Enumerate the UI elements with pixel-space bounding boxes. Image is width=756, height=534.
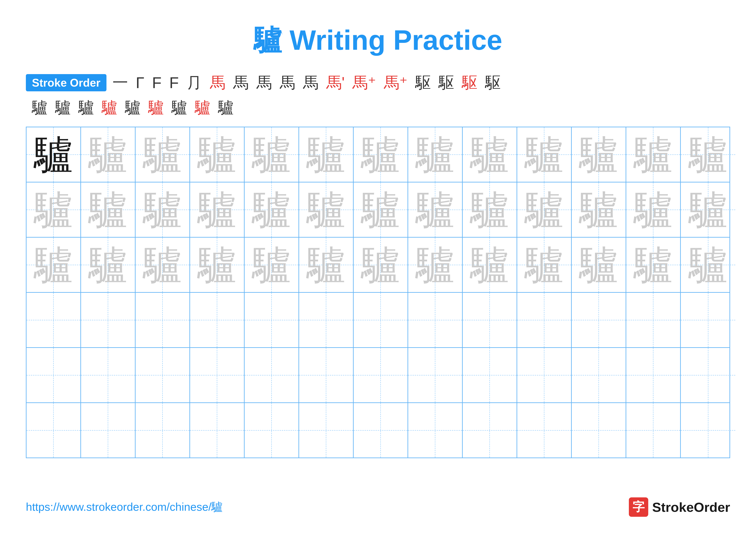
grid-cell-2-2[interactable]: 驢 (81, 183, 136, 237)
cell-char-gray: 驢 (634, 245, 673, 284)
stroke-chars-row2: 驢 驢 驢 驢 驢 驢 驢 驢 驢 (26, 97, 730, 118)
grid-cell-3-12[interactable]: 驢 (626, 238, 681, 292)
grid-cell-3-2[interactable]: 驢 (81, 238, 136, 292)
grid-cell-5-3[interactable] (136, 348, 190, 402)
stroke-char-r2-5: 驢 (125, 97, 141, 118)
grid-cell-2-10[interactable]: 驢 (517, 183, 572, 237)
grid-cell-3-3[interactable]: 驢 (136, 238, 190, 292)
grid-cell-4-7[interactable] (354, 293, 408, 347)
grid-cell-6-3[interactable] (136, 403, 190, 458)
grid-cell-6-2[interactable] (81, 403, 136, 458)
grid-cell-5-9[interactable] (463, 348, 517, 402)
grid-cell-5-13[interactable] (681, 348, 735, 402)
grid-cell-5-8[interactable] (408, 348, 463, 402)
grid-cell-4-11[interactable] (572, 293, 626, 347)
grid-cell-5-1[interactable] (27, 348, 81, 402)
stroke-char-1: 一 (113, 72, 128, 93)
grid-cell-3-6[interactable]: 驢 (299, 238, 354, 292)
grid-cell-5-7[interactable] (354, 348, 408, 402)
grid-cell-2-12[interactable]: 驢 (626, 183, 681, 237)
grid-cell-5-6[interactable] (299, 348, 354, 402)
grid-cell-5-4[interactable] (190, 348, 245, 402)
grid-cell-6-8[interactable] (408, 403, 463, 458)
grid-cell-5-11[interactable] (572, 348, 626, 402)
grid-cell-6-5[interactable] (245, 403, 299, 458)
grid-cell-3-11[interactable]: 驢 (572, 238, 626, 292)
grid-cell-2-7[interactable]: 驢 (354, 183, 408, 237)
grid-cell-3-1[interactable]: 驢 (27, 238, 81, 292)
grid-cell-6-11[interactable] (572, 403, 626, 458)
grid-cell-6-4[interactable] (190, 403, 245, 458)
grid-cell-4-10[interactable] (517, 293, 572, 347)
grid-cell-5-12[interactable] (626, 348, 681, 402)
grid-cell-4-2[interactable] (81, 293, 136, 347)
grid-cell-6-9[interactable] (463, 403, 517, 458)
cell-char-gray: 驢 (89, 191, 127, 229)
stroke-char-11: 馬' (326, 72, 345, 93)
grid-cell-1-9[interactable]: 驢 (463, 127, 517, 182)
grid-cell-4-5[interactable] (245, 293, 299, 347)
grid-cell-6-13[interactable] (681, 403, 735, 458)
grid-cell-4-8[interactable] (408, 293, 463, 347)
stroke-char-r2-2: 驢 (55, 97, 71, 118)
grid-cell-2-13[interactable]: 驢 (681, 183, 735, 237)
grid-cell-2-6[interactable]: 驢 (299, 183, 354, 237)
cell-char-gray: 驢 (198, 191, 236, 229)
stroke-char-16: 駆 (462, 72, 477, 93)
grid-cell-3-10[interactable]: 驢 (517, 238, 572, 292)
grid-cell-5-10[interactable] (517, 348, 572, 402)
grid-cell-4-12[interactable] (626, 293, 681, 347)
grid-cell-6-6[interactable] (299, 403, 354, 458)
stroke-char-r2-3: 驢 (78, 97, 94, 118)
grid-cell-5-2[interactable] (81, 348, 136, 402)
grid-cell-4-9[interactable] (463, 293, 517, 347)
grid-cell-6-10[interactable] (517, 403, 572, 458)
grid-cell-6-1[interactable] (27, 403, 81, 458)
cell-char-gray: 驢 (579, 135, 618, 174)
grid-cell-2-1[interactable]: 驢 (27, 183, 81, 237)
grid-cell-2-9[interactable]: 驢 (463, 183, 517, 237)
grid-cell-1-4[interactable]: 驢 (190, 127, 245, 182)
grid-cell-6-12[interactable] (626, 403, 681, 458)
grid-cell-2-3[interactable]: 驢 (136, 183, 190, 237)
grid-cell-1-2[interactable]: 驢 (81, 127, 136, 182)
grid-cell-4-1[interactable] (27, 293, 81, 347)
grid-cell-1-5[interactable]: 驢 (245, 127, 299, 182)
grid-cell-2-4[interactable]: 驢 (190, 183, 245, 237)
page-title: 驢 Writing Practice (26, 21, 730, 60)
stroke-char-12: 馬⁺ (352, 72, 376, 93)
grid-cell-4-4[interactable] (190, 293, 245, 347)
cell-char-gray: 驢 (634, 191, 673, 229)
grid-cell-4-6[interactable] (299, 293, 354, 347)
grid-cell-3-9[interactable]: 驢 (463, 238, 517, 292)
grid-row-3: 驢 驢 驢 驢 驢 驢 驢 驢 驢 (27, 238, 729, 293)
grid-cell-3-7[interactable]: 驢 (354, 238, 408, 292)
cell-char-gray: 驢 (252, 191, 291, 229)
cell-char-gray: 驢 (361, 245, 400, 284)
grid-cell-4-13[interactable] (681, 293, 735, 347)
grid-cell-1-13[interactable]: 驢 (681, 127, 735, 182)
grid-cell-2-5[interactable]: 驢 (245, 183, 299, 237)
grid-cell-2-11[interactable]: 驢 (572, 183, 626, 237)
grid-cell-1-12[interactable]: 驢 (626, 127, 681, 182)
grid-cell-1-11[interactable]: 驢 (572, 127, 626, 182)
footer-url[interactable]: https://www.strokeorder.com/chinese/驢 (26, 499, 223, 515)
grid-cell-3-4[interactable]: 驢 (190, 238, 245, 292)
grid-cell-4-3[interactable] (136, 293, 190, 347)
grid-cell-1-8[interactable]: 驢 (408, 127, 463, 182)
grid-cell-3-8[interactable]: 驢 (408, 238, 463, 292)
grid-cell-1-10[interactable]: 驢 (517, 127, 572, 182)
grid-cell-5-5[interactable] (245, 348, 299, 402)
grid-cell-6-7[interactable] (354, 403, 408, 458)
grid-row-1: 驢 驢 驢 驢 驢 驢 驢 驢 驢 (27, 127, 729, 183)
grid-cell-3-5[interactable]: 驢 (245, 238, 299, 292)
grid-cell-1-7[interactable]: 驢 (354, 127, 408, 182)
grid-cell-3-13[interactable]: 驢 (681, 238, 735, 292)
grid-cell-1-6[interactable]: 驢 (299, 127, 354, 182)
grid-cell-1-3[interactable]: 驢 (136, 127, 190, 182)
cell-char-gray: 驢 (89, 135, 127, 174)
grid-cell-2-8[interactable]: 驢 (408, 183, 463, 237)
cell-char-gray: 驢 (634, 135, 673, 174)
grid-cell-1-1[interactable]: 驢 (27, 127, 81, 182)
cell-char-gray: 驢 (143, 245, 182, 284)
